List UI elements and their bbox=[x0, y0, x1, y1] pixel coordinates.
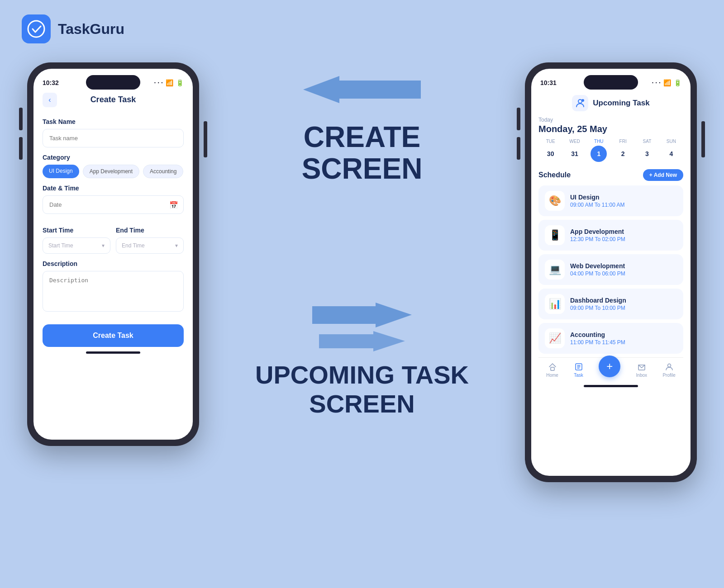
task-info-ui-design: UI Design 09:00 AM To 11:00 AM bbox=[570, 194, 677, 208]
create-task-screen: 10:32 · · · 📶 🔋 ‹ Create Task Task Name bbox=[33, 69, 193, 440]
wifi-icon-right: 📶 bbox=[663, 79, 671, 86]
task-card-dashboard[interactable]: 📊 Dashboard Design 09:00 PM To 10:00 PM bbox=[538, 289, 683, 319]
day-wed[interactable]: WED 31 bbox=[565, 139, 585, 162]
upcoming-task-phone: 10:31 · · · 📶 🔋 bbox=[525, 62, 697, 482]
status-icons-left: · · · 📶 🔋 bbox=[154, 79, 184, 86]
end-time-label: End Time bbox=[116, 227, 184, 234]
time-row: Start Time Start Time ▾ End Time End Tim… bbox=[43, 220, 184, 254]
end-time-col: End Time End Time ▾ bbox=[116, 220, 184, 254]
task-icon-accounting: 📈 bbox=[545, 328, 565, 348]
svg-point-5 bbox=[581, 99, 584, 102]
task-card-accounting[interactable]: 📈 Accounting 11:00 PM To 11:45 PM bbox=[538, 323, 683, 354]
task-time-ui-design: 09:00 AM To 11:00 AM bbox=[570, 202, 677, 208]
nav-add-button[interactable]: + bbox=[599, 356, 620, 377]
day-label-fri: FRI bbox=[619, 139, 627, 144]
create-task-title: Create Task bbox=[90, 95, 136, 104]
task-time-web-dev: 04:00 PM To 06:00 PM bbox=[570, 270, 677, 277]
side-button-left1 bbox=[19, 108, 23, 130]
task-name-accounting: Accounting bbox=[570, 331, 677, 338]
day-label-sat: SAT bbox=[643, 139, 652, 144]
task-name-dashboard: Dashboard Design bbox=[570, 297, 677, 304]
svg-rect-6 bbox=[551, 367, 554, 370]
day-num-fri: 2 bbox=[615, 146, 631, 162]
description-input[interactable] bbox=[43, 271, 184, 312]
category-label: Category bbox=[43, 154, 184, 161]
end-time-select[interactable]: End Time ▾ bbox=[116, 237, 184, 254]
phone-notch-right bbox=[584, 75, 638, 90]
day-sat[interactable]: SAT 3 bbox=[637, 139, 657, 162]
task-card-ui-design[interactable]: 🎨 UI Design 09:00 AM To 11:00 AM bbox=[538, 185, 683, 216]
nav-home[interactable]: Home bbox=[546, 362, 558, 378]
task-info-dashboard: Dashboard Design 09:00 PM To 10:00 PM bbox=[570, 297, 677, 311]
svg-point-0 bbox=[28, 21, 44, 37]
task-card-app-dev[interactable]: 📱 App Development 12:30 PM To 02:00 PM bbox=[538, 220, 683, 251]
task-name-web-dev: Web Development bbox=[570, 262, 677, 270]
task-info-accounting: Accounting 11:00 PM To 11:45 PM bbox=[570, 331, 677, 346]
task-icon-web-dev: 💻 bbox=[545, 260, 565, 280]
create-task-button[interactable]: Create Task bbox=[43, 324, 184, 347]
today-label: Today bbox=[538, 117, 683, 123]
battery-icon: 🔋 bbox=[176, 79, 184, 86]
status-icons-right: · · · 📶 🔋 bbox=[652, 79, 681, 86]
nav-task[interactable]: Task bbox=[574, 362, 583, 378]
task-icon-ui-design: 🎨 bbox=[545, 191, 565, 211]
add-new-button[interactable]: + Add New bbox=[643, 169, 683, 181]
task-name-ui-design: UI Design bbox=[570, 194, 677, 201]
home-bar-right bbox=[584, 385, 638, 387]
date-input[interactable] bbox=[43, 195, 184, 214]
back-button[interactable]: ‹ bbox=[43, 93, 57, 107]
calendar-icon: 📅 bbox=[169, 200, 178, 209]
create-screen-label: CREATESCREEN bbox=[302, 121, 423, 185]
start-time-col: Start Time Start Time ▾ bbox=[43, 220, 110, 254]
day-fri[interactable]: FRI 2 bbox=[613, 139, 633, 162]
upcoming-title: Upcoming Task bbox=[593, 99, 649, 108]
task-name-input[interactable] bbox=[43, 129, 184, 147]
nav-profile[interactable]: Profile bbox=[662, 362, 675, 378]
nav-task-label: Task bbox=[574, 373, 583, 378]
day-label-wed: WED bbox=[569, 139, 580, 144]
dots-icon: · · · bbox=[154, 79, 163, 86]
chip-ui-design[interactable]: UI Design bbox=[43, 165, 79, 178]
start-time-value: Start Time bbox=[48, 242, 73, 249]
svg-marker-2 bbox=[312, 303, 412, 327]
side-button-left2 bbox=[19, 137, 23, 160]
app-logo bbox=[22, 14, 51, 43]
upcoming-task-screen: 10:31 · · · 📶 🔋 bbox=[531, 69, 691, 476]
category-chips: UI Design App Development Accounting Da.… bbox=[43, 165, 184, 178]
start-time-chevron: ▾ bbox=[102, 242, 105, 249]
svg-marker-3 bbox=[319, 331, 405, 351]
task-icon-dashboard: 📊 bbox=[545, 294, 565, 314]
day-picker: TUE 30 WED 31 THU 1 FRI 2 bbox=[538, 139, 683, 162]
start-time-select[interactable]: Start Time ▾ bbox=[43, 237, 110, 254]
main-content: 10:32 · · · 📶 🔋 ‹ Create Task Task Name bbox=[0, 62, 724, 482]
time-right: 10:31 bbox=[540, 79, 557, 86]
svg-marker-1 bbox=[303, 76, 421, 103]
wifi-icon: 📶 bbox=[166, 79, 173, 86]
start-time-label: Start Time bbox=[43, 227, 110, 234]
phone-notch-left bbox=[86, 75, 140, 90]
create-task-nav: ‹ Create Task bbox=[43, 91, 184, 112]
bottom-nav: Home Task + Inbox Profile bbox=[538, 357, 683, 380]
app-header: TaskGuru bbox=[0, 0, 724, 58]
svg-point-8 bbox=[667, 364, 671, 367]
task-icon-app-dev: 📱 bbox=[545, 225, 565, 245]
day-num-thu: 1 bbox=[591, 146, 607, 162]
nav-inbox[interactable]: Inbox bbox=[636, 362, 647, 378]
day-thu[interactable]: THU 1 bbox=[589, 139, 609, 162]
task-name-app-dev: App Development bbox=[570, 228, 677, 235]
side-button-right bbox=[204, 121, 207, 157]
day-sun[interactable]: SUN 4 bbox=[661, 139, 681, 162]
home-bar-left bbox=[86, 351, 140, 354]
dots-icon-right: · · · bbox=[652, 79, 661, 86]
side-button-right-phone-right bbox=[701, 121, 705, 157]
time-left: 10:32 bbox=[43, 79, 59, 86]
task-card-web-dev[interactable]: 💻 Web Development 04:00 PM To 06:00 PM bbox=[538, 254, 683, 285]
chip-app-development[interactable]: App Development bbox=[83, 165, 139, 178]
day-tue[interactable]: TUE 30 bbox=[541, 139, 561, 162]
chip-accounting[interactable]: Accounting bbox=[143, 165, 183, 178]
day-num-sat: 3 bbox=[639, 146, 655, 162]
day-label-tue: TUE bbox=[546, 139, 555, 144]
task-info-web-dev: Web Development 04:00 PM To 06:00 PM bbox=[570, 262, 677, 277]
nav-profile-label: Profile bbox=[662, 373, 675, 378]
schedule-header: Schedule + Add New bbox=[538, 169, 683, 181]
